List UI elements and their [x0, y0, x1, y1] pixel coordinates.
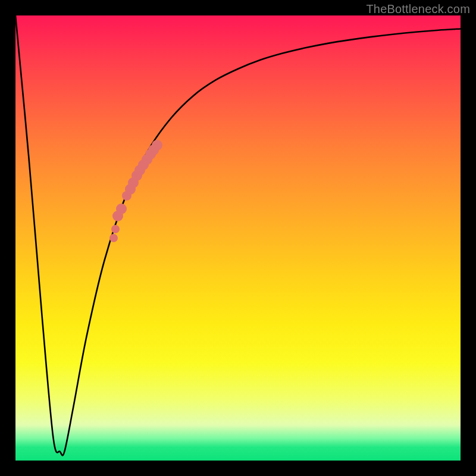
- curve-path: [15, 15, 461, 456]
- watermark-text: TheBottleneck.com: [366, 2, 470, 16]
- plot-area: [15, 15, 461, 461]
- data-marker: [111, 225, 120, 233]
- data-marker: [152, 140, 162, 151]
- curve-svg: [15, 15, 461, 461]
- data-marker: [116, 203, 127, 214]
- chart-stage: TheBottleneck.com: [0, 0, 476, 476]
- data-marker: [109, 234, 118, 242]
